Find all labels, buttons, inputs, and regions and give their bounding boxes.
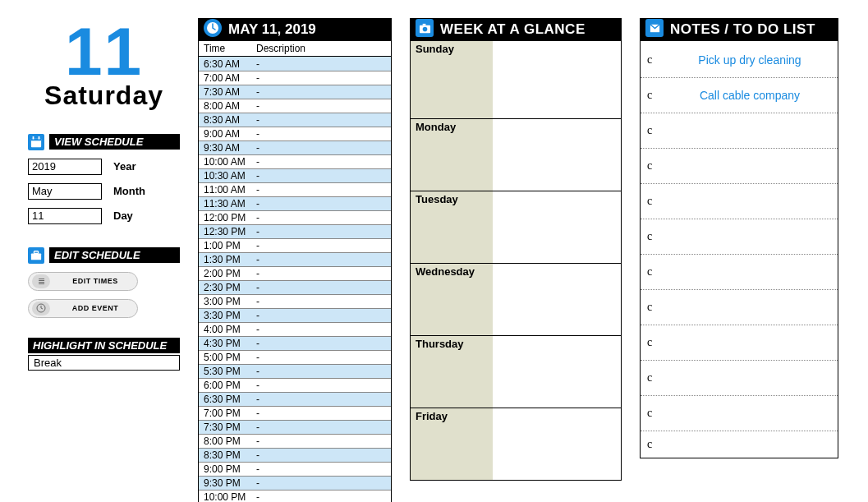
week-day-cell[interactable] (493, 408, 621, 480)
schedule-slot[interactable]: 11:30 AM- (199, 196, 391, 210)
schedule-slot[interactable]: 8:30 PM- (199, 448, 391, 462)
day-input[interactable] (28, 208, 102, 224)
week-day: Tuesday (411, 191, 621, 263)
schedule-slot[interactable]: 3:00 PM- (199, 294, 391, 308)
slot-time: 12:30 PM (199, 226, 256, 237)
clock-small-icon (32, 302, 50, 315)
note-row[interactable]: c (641, 431, 838, 458)
schedule-slot[interactable]: 6:30 PM- (199, 392, 391, 406)
note-row[interactable]: c (641, 255, 838, 290)
schedule-slot[interactable]: 9:30 AM- (199, 140, 391, 154)
note-mark: c (647, 336, 670, 349)
notes-panel-header: NOTES / TO DO LIST (641, 18, 838, 41)
schedule-slot[interactable]: 6:00 PM- (199, 378, 391, 392)
schedule-slot[interactable]: 1:00 PM- (199, 238, 391, 252)
slot-time: 5:00 PM (199, 352, 256, 363)
note-row[interactable]: cCall cable company (641, 78, 838, 113)
slot-desc: - (256, 435, 391, 447)
schedule-slot[interactable]: 2:00 PM- (199, 266, 391, 280)
slot-desc: - (256, 58, 391, 70)
slot-time: 1:00 PM (199, 240, 256, 251)
note-row[interactable]: c (641, 113, 838, 149)
schedule-slot[interactable]: 10:00 AM- (199, 154, 391, 168)
note-row[interactable]: c (641, 361, 838, 396)
schedule-slot[interactable]: 3:30 PM- (199, 308, 391, 322)
schedule-slot[interactable]: 4:00 PM- (199, 322, 391, 336)
note-row[interactable]: c (641, 325, 838, 361)
slot-time: 12:00 PM (199, 212, 256, 223)
note-row[interactable]: c (641, 184, 838, 219)
slot-desc: - (256, 449, 391, 461)
slot-time: 9:00 AM (199, 128, 256, 140)
schedule-slot[interactable]: 5:30 PM- (199, 364, 391, 378)
note-row[interactable]: c (641, 290, 838, 325)
schedule-slot[interactable]: 9:00 PM- (199, 462, 391, 476)
note-row[interactable]: cPick up dry cleaning (641, 43, 838, 78)
note-row[interactable]: c (641, 219, 838, 255)
note-mark: c (647, 438, 670, 451)
week-day-cell[interactable] (493, 41, 621, 118)
schedule-slot[interactable]: 8:00 PM- (199, 434, 391, 448)
year-input[interactable] (28, 159, 102, 175)
schedule-slot[interactable]: 8:30 AM- (199, 113, 391, 127)
highlight-heading: HIGHLIGHT IN SCHEDULE (28, 338, 180, 353)
schedule-slot[interactable]: 11:00 AM- (199, 182, 391, 196)
schedule-slot[interactable]: 7:30 PM- (199, 420, 391, 434)
slot-desc: - (256, 268, 391, 279)
slot-time: 2:30 PM (199, 282, 256, 293)
week-day-cell[interactable] (493, 191, 621, 263)
slot-desc: - (256, 156, 391, 168)
schedule-slot[interactable]: 12:00 PM- (199, 210, 391, 224)
schedule-slot[interactable]: 4:30 PM- (199, 336, 391, 350)
schedule-slot[interactable]: 1:30 PM- (199, 252, 391, 266)
year-label: Year (113, 160, 135, 173)
edit-times-button[interactable]: ≣ EDIT TIMES (28, 272, 138, 291)
slot-desc: - (256, 296, 391, 307)
schedule-slot[interactable]: 7:30 AM- (199, 85, 391, 99)
slot-time: 9:30 AM (199, 142, 256, 154)
schedule-slot[interactable]: 10:30 AM- (199, 168, 391, 182)
svg-rect-3 (39, 136, 40, 140)
slot-time: 9:00 PM (199, 463, 256, 475)
add-event-button[interactable]: ADD EVENT (28, 299, 138, 318)
schedule-slot[interactable]: 10:00 PM- (199, 490, 391, 502)
month-input[interactable] (28, 183, 102, 200)
schedule-slot[interactable]: 7:00 PM- (199, 406, 391, 420)
schedule-title: MAY 11, 2019 (228, 21, 316, 38)
schedule-slot[interactable]: 5:00 PM- (199, 350, 391, 364)
slot-time: 1:30 PM (199, 254, 256, 265)
camera-icon (416, 19, 434, 37)
schedule-slot[interactable]: 9:00 AM- (199, 127, 391, 140)
schedule-slot[interactable]: 8:00 AM- (199, 99, 391, 113)
note-row[interactable]: c (641, 396, 838, 431)
schedule-slot[interactable]: 9:30 PM- (199, 476, 391, 490)
slot-desc: - (256, 142, 391, 154)
week-day-label: Sunday (411, 41, 493, 118)
slot-desc: - (256, 128, 391, 140)
slot-time: 8:00 PM (199, 435, 256, 447)
week-day: Friday (411, 408, 621, 480)
highlight-value[interactable]: Break (28, 355, 180, 371)
note-mark: c (647, 371, 670, 385)
slot-desc: - (256, 352, 391, 363)
briefcase-icon (28, 247, 44, 264)
week-day-cell[interactable] (493, 336, 621, 408)
note-mark: c (647, 53, 670, 67)
schedule-slot[interactable]: 12:30 PM- (199, 224, 391, 238)
week-day-cell[interactable] (493, 264, 621, 335)
slot-desc: - (256, 254, 391, 265)
schedule-slot[interactable]: 2:30 PM- (199, 280, 391, 294)
week-day: Thursday (411, 335, 621, 408)
slot-time: 6:30 AM (199, 58, 256, 70)
list-icon: ≣ (32, 274, 50, 288)
week-day-cell[interactable] (493, 119, 621, 191)
day-label: Day (113, 210, 133, 222)
week-panel-header: WEEK AT A GLANCE (411, 18, 621, 41)
week-day-label: Monday (411, 119, 493, 191)
slot-time: 10:30 AM (199, 170, 256, 182)
schedule-slot[interactable]: 7:00 AM- (199, 71, 391, 85)
schedule-slot[interactable]: 6:30 AM- (199, 57, 391, 71)
note-row[interactable]: c (641, 149, 838, 184)
week-day-label: Thursday (411, 336, 493, 408)
date-number: 11 (28, 21, 180, 82)
